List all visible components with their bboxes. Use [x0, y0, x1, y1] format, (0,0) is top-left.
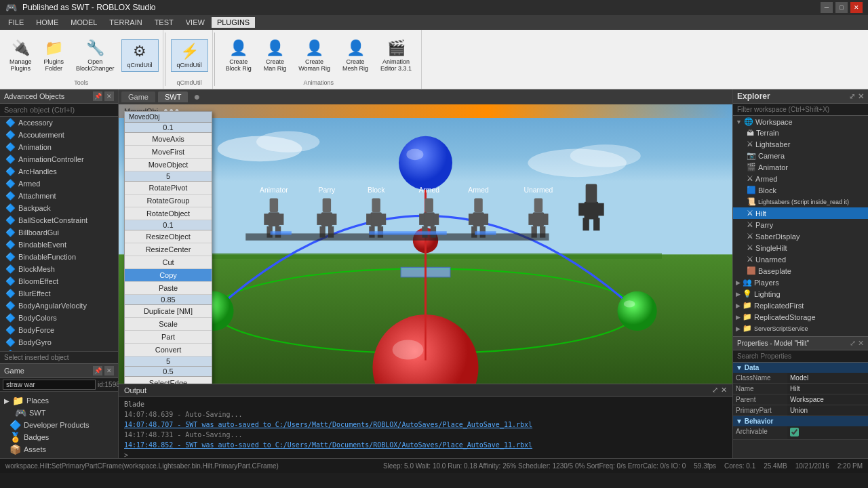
object-item-bodyforce[interactable]: 🔷 BodyForce — [0, 324, 118, 336]
object-item-attachment[interactable]: 🔷 Attachment — [0, 190, 118, 202]
object-item-bodyangular[interactable]: 🔷 BodyAngularVelocity — [0, 300, 118, 312]
object-item-armed[interactable]: 🔷 Armed — [0, 178, 118, 190]
ctx-moveobject[interactable]: MoveObject — [125, 159, 212, 171]
tree-item-players[interactable]: ▶ 👥 Players — [733, 277, 868, 288]
object-item-animationcontroller[interactable]: 🔷 AnimationController — [0, 153, 118, 165]
explorer-expand-btn[interactable]: ⤢ — [849, 92, 855, 101]
ctx-rotatepivot[interactable]: RotatePivot — [125, 182, 212, 195]
tree-item-lightsabers-script[interactable]: 📜 Lightsabers (Script inside_read it) — [733, 196, 868, 207]
explorer-search-input[interactable] — [733, 104, 868, 116]
ctx-rotategroup[interactable]: RotateGroup — [125, 195, 212, 207]
object-item-bloomeffect[interactable]: 🔷 BloomEffect — [0, 275, 118, 287]
ctx-resizeobject[interactable]: ResizeObject — [125, 230, 212, 243]
explorer-close-btn[interactable]: ✕ — [858, 92, 864, 101]
ctx-duplicate[interactable]: Duplicate [NM] — [125, 305, 212, 318]
ctx-part[interactable]: Part — [125, 331, 212, 344]
game-tab-label[interactable]: Game — [4, 367, 24, 375]
menu-test[interactable]: TEST — [149, 17, 179, 28]
archivable-checkbox[interactable] — [790, 428, 799, 436]
tree-item-lightsaber[interactable]: ⚔ Lightsaber — [733, 138, 868, 150]
tree-item-unarmed[interactable]: ⚔ Unarmed — [733, 253, 868, 265]
ctx-paste[interactable]: Paste — [125, 282, 212, 295]
game-item-developer-products[interactable]: 🔷 Developer Products — [4, 419, 114, 431]
tree-item-parry[interactable]: ⚔ Parry — [733, 219, 868, 230]
game-item-badges[interactable]: 🏅 Badges — [4, 431, 114, 443]
tree-item-lighting[interactable]: ▶ 💡 Lighting — [733, 288, 868, 300]
game-panel-header: Game 📌 ✕ — [0, 364, 118, 378]
object-item-billboardgui[interactable]: 🔷 BillboardGui — [0, 226, 118, 239]
object-item-blureffect[interactable]: 🔷 BlurEffect — [0, 287, 118, 300]
plugins-folder-btn[interactable]: 📁 PluginsFolder — [39, 37, 70, 75]
tree-item-animator[interactable]: 🎬 Animator — [733, 161, 868, 173]
qcmdutil-btn[interactable]: ⚙ qCmdUtil — [121, 39, 159, 72]
tree-item-hilt[interactable]: ⚔ Hilt — [733, 207, 868, 219]
object-item-accessory[interactable]: 🔷 Accessory — [0, 117, 118, 129]
object-item-animation[interactable]: 🔷 Animation — [0, 141, 118, 153]
ctx-cut[interactable]: Cut — [125, 256, 212, 269]
tree-item-singlehilt[interactable]: ⚔ SingleHilt — [733, 242, 868, 253]
create-woman-rig-btn[interactable]: 👤 CreateWoman Rig — [293, 37, 336, 75]
ctx-scale[interactable]: Scale — [125, 318, 212, 331]
viewport-tab-swt[interactable]: SWT — [158, 92, 188, 102]
game-search-input[interactable] — [3, 380, 96, 390]
advanced-objects-close[interactable]: ✕ — [104, 92, 114, 101]
close-btn[interactable]: ✕ — [850, 2, 863, 13]
maximize-btn[interactable]: □ — [835, 2, 848, 13]
properties-search-input[interactable] — [733, 350, 868, 363]
manage-plugins-btn[interactable]: 🔌 ManagePlugins — [4, 37, 37, 75]
game-panel-pin[interactable]: 📌 — [93, 366, 102, 375]
object-item-bindablefunction[interactable]: 🔷 BindableFunction — [0, 251, 118, 263]
qcmdutil2-btn[interactable]: ⚡ qCmdUtil — [171, 39, 208, 72]
tree-item-baseplate[interactable]: 🟫 Baseplate — [733, 265, 868, 277]
ctx-moveaxis[interactable]: MoveAxis — [125, 133, 212, 146]
object-item-bodycolors[interactable]: 🔷 BodyColors — [0, 312, 118, 324]
ctx-rotateobject[interactable]: RotateObject — [125, 207, 212, 220]
menu-model[interactable]: MODEL — [65, 17, 102, 28]
game-item-swt[interactable]: 🎮 SWT — [4, 407, 114, 419]
menu-terrain[interactable]: TERRAIN — [104, 17, 147, 28]
tree-item-replicatedfirst[interactable]: ▶ 📁 ReplicatedFirst — [733, 300, 868, 311]
tree-item-replicatedstorage[interactable]: ▶ 📁 ReplicatedStorage — [733, 311, 868, 323]
output-close-btn[interactable]: ✕ — [721, 386, 727, 394]
tree-item-terrain[interactable]: 🏔 Terrain — [733, 127, 868, 138]
properties-close-btn[interactable]: ✕ — [858, 339, 864, 348]
output-expand-btn[interactable]: ⤢ — [712, 386, 718, 394]
viewport[interactable]: MovedObj ••• — [119, 104, 732, 384]
create-block-rig-btn[interactable]: 👤 CreateBlock Rig — [220, 37, 257, 75]
object-search-input[interactable] — [0, 104, 118, 117]
menu-home[interactable]: HOME — [31, 17, 64, 28]
menu-file[interactable]: FILE — [3, 17, 29, 28]
tree-item-camera[interactable]: 📷 Camera — [733, 150, 868, 161]
game-item-assets[interactable]: 📦 Assets — [4, 443, 114, 455]
menu-view[interactable]: VIEW — [180, 17, 210, 28]
object-item-bindableevent[interactable]: 🔷 BindableEvent — [0, 239, 118, 251]
object-item-ballsocket[interactable]: 🔷 BallSocketConstraint — [0, 214, 118, 226]
properties-expand-btn[interactable]: ⤢ — [850, 339, 856, 348]
viewport-tab-game[interactable]: Game — [121, 92, 155, 102]
ctx-copy[interactable]: Copy — [125, 269, 212, 282]
create-man-rig-btn[interactable]: 👤 CreateMan Rig — [258, 37, 292, 75]
object-item-bodygyro[interactable]: 🔷 BodyGyro — [0, 336, 118, 348]
create-mesh-rig-btn[interactable]: 👤 CreateMesh Rig — [337, 37, 374, 75]
menu-plugins[interactable]: PLUGINS — [212, 17, 255, 28]
viewport-tab-close[interactable]: ● — [193, 91, 200, 103]
object-item-archandles[interactable]: 🔷 ArcHandles — [0, 165, 118, 178]
object-item-backpack[interactable]: 🔷 Backpack — [0, 202, 118, 214]
game-panel-close[interactable]: ✕ — [104, 366, 114, 375]
ctx-resizecenter[interactable]: ResizeCenter — [125, 243, 212, 256]
tree-item-serverscriptservice[interactable]: ▶ 📁 ServerScriptService — [733, 323, 868, 334]
open-block-changer-btn[interactable]: 🔧 OpenBlockChanger — [71, 37, 120, 75]
animation-editor-btn[interactable]: 🎬 AnimationEditor 3.3.1 — [375, 37, 417, 75]
game-item-places[interactable]: ▶ 📁 Places — [4, 394, 114, 407]
advanced-objects-pin[interactable]: 📌 — [93, 92, 102, 101]
object-item-blockmesh[interactable]: 🔷 BlockMesh — [0, 263, 118, 275]
tree-item-armed1[interactable]: ⚔ Armed — [733, 173, 868, 184]
ctx-selectedge[interactable]: SelectEdge — [125, 377, 212, 384]
tree-item-saberdisplay[interactable]: ⚔ SaberDisplay — [733, 230, 868, 242]
minimize-btn[interactable]: ─ — [821, 2, 833, 13]
object-item-accouterment[interactable]: 🔷 Accouterment — [0, 129, 118, 141]
ctx-convert[interactable]: Convert — [125, 344, 212, 357]
ctx-movefirst[interactable]: MoveFirst — [125, 146, 212, 159]
tree-item-workspace[interactable]: ▼ 🌐 Workspace — [733, 116, 868, 127]
tree-item-block[interactable]: 🟦 Block — [733, 184, 868, 196]
